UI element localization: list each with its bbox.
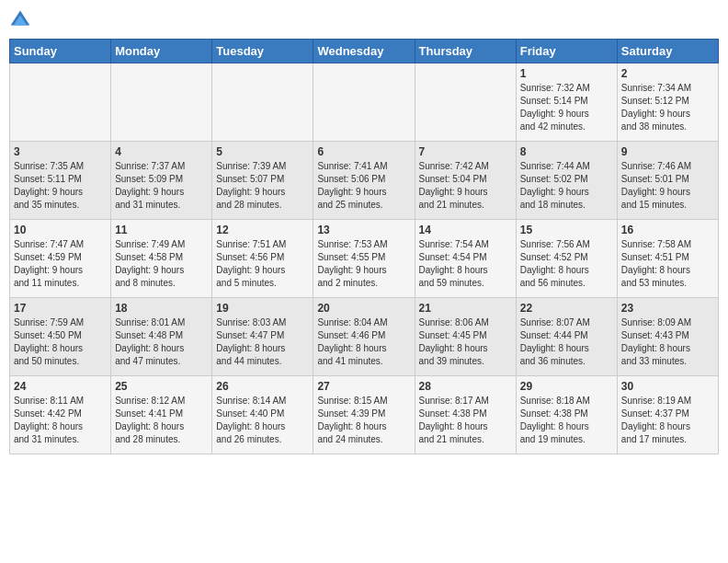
- calendar-week-row: 17Sunrise: 7:59 AM Sunset: 4:50 PM Dayli…: [10, 298, 719, 376]
- calendar-cell: 23Sunrise: 8:09 AM Sunset: 4:43 PM Dayli…: [617, 298, 718, 376]
- day-info: Sunrise: 8:03 AM Sunset: 4:47 PM Dayligh…: [216, 316, 309, 368]
- calendar-cell: [111, 63, 212, 142]
- calendar-cell: 30Sunrise: 8:19 AM Sunset: 4:37 PM Dayli…: [617, 376, 718, 454]
- calendar-cell: 28Sunrise: 8:17 AM Sunset: 4:38 PM Dayli…: [415, 376, 516, 454]
- calendar-header-row: SundayMondayTuesdayWednesdayThursdayFrid…: [10, 40, 719, 63]
- day-number: 25: [115, 380, 208, 393]
- calendar-cell: 10Sunrise: 7:47 AM Sunset: 4:59 PM Dayli…: [10, 220, 111, 298]
- calendar-cell: 5Sunrise: 7:39 AM Sunset: 5:07 PM Daylig…: [212, 142, 313, 220]
- day-info: Sunrise: 7:44 AM Sunset: 5:02 PM Dayligh…: [520, 160, 613, 212]
- calendar-cell: 22Sunrise: 8:07 AM Sunset: 4:44 PM Dayli…: [516, 298, 617, 376]
- day-number: 7: [419, 145, 512, 158]
- calendar-week-row: 1Sunrise: 7:32 AM Sunset: 5:14 PM Daylig…: [10, 63, 719, 142]
- logo: [9, 9, 35, 31]
- calendar-week-row: 10Sunrise: 7:47 AM Sunset: 4:59 PM Dayli…: [10, 220, 719, 298]
- day-number: 14: [419, 224, 512, 236]
- calendar-cell: 11Sunrise: 7:49 AM Sunset: 4:58 PM Dayli…: [111, 220, 212, 298]
- calendar-cell: 14Sunrise: 7:54 AM Sunset: 4:54 PM Dayli…: [415, 220, 516, 298]
- weekday-header: Friday: [516, 40, 617, 63]
- calendar-cell: 3Sunrise: 7:35 AM Sunset: 5:11 PM Daylig…: [10, 142, 111, 220]
- day-info: Sunrise: 8:01 AM Sunset: 4:48 PM Dayligh…: [115, 316, 208, 368]
- weekday-header: Saturday: [617, 40, 718, 63]
- weekday-header: Sunday: [10, 40, 111, 63]
- calendar-cell: 16Sunrise: 7:58 AM Sunset: 4:51 PM Dayli…: [617, 220, 718, 298]
- day-info: Sunrise: 7:39 AM Sunset: 5:07 PM Dayligh…: [216, 160, 309, 212]
- day-info: Sunrise: 8:04 AM Sunset: 4:46 PM Dayligh…: [317, 316, 410, 368]
- calendar-cell: [415, 63, 516, 142]
- weekday-header: Tuesday: [212, 40, 313, 63]
- day-info: Sunrise: 8:15 AM Sunset: 4:39 PM Dayligh…: [317, 395, 410, 446]
- day-number: 23: [621, 302, 714, 315]
- day-number: 20: [317, 302, 410, 315]
- day-info: Sunrise: 7:35 AM Sunset: 5:11 PM Dayligh…: [14, 160, 107, 212]
- day-info: Sunrise: 7:53 AM Sunset: 4:55 PM Dayligh…: [317, 238, 410, 290]
- day-info: Sunrise: 7:54 AM Sunset: 4:54 PM Dayligh…: [419, 238, 512, 290]
- weekday-header: Monday: [111, 40, 212, 63]
- calendar-week-row: 3Sunrise: 7:35 AM Sunset: 5:11 PM Daylig…: [10, 142, 719, 220]
- calendar-cell: 15Sunrise: 7:56 AM Sunset: 4:52 PM Dayli…: [516, 220, 617, 298]
- day-number: 6: [317, 145, 410, 158]
- day-info: Sunrise: 8:09 AM Sunset: 4:43 PM Dayligh…: [621, 316, 714, 368]
- calendar-cell: 4Sunrise: 7:37 AM Sunset: 5:09 PM Daylig…: [111, 142, 212, 220]
- calendar-cell: [10, 63, 111, 142]
- day-info: Sunrise: 7:56 AM Sunset: 4:52 PM Dayligh…: [520, 238, 613, 290]
- calendar-cell: 12Sunrise: 7:51 AM Sunset: 4:56 PM Dayli…: [212, 220, 313, 298]
- calendar-table: SundayMondayTuesdayWednesdayThursdayFrid…: [9, 39, 719, 454]
- day-number: 26: [216, 380, 309, 393]
- calendar-cell: 27Sunrise: 8:15 AM Sunset: 4:39 PM Dayli…: [313, 376, 415, 454]
- day-info: Sunrise: 7:42 AM Sunset: 5:04 PM Dayligh…: [419, 160, 512, 212]
- calendar-cell: 21Sunrise: 8:06 AM Sunset: 4:45 PM Dayli…: [415, 298, 516, 376]
- day-number: 19: [216, 302, 309, 315]
- day-info: Sunrise: 7:51 AM Sunset: 4:56 PM Dayligh…: [216, 238, 309, 290]
- day-number: 5: [216, 145, 309, 158]
- day-number: 12: [216, 224, 309, 236]
- day-number: 17: [14, 302, 107, 315]
- calendar-cell: 8Sunrise: 7:44 AM Sunset: 5:02 PM Daylig…: [516, 142, 617, 220]
- day-info: Sunrise: 8:18 AM Sunset: 4:38 PM Dayligh…: [520, 395, 613, 446]
- calendar-cell: 20Sunrise: 8:04 AM Sunset: 4:46 PM Dayli…: [313, 298, 415, 376]
- calendar-cell: 7Sunrise: 7:42 AM Sunset: 5:04 PM Daylig…: [415, 142, 516, 220]
- day-info: Sunrise: 7:58 AM Sunset: 4:51 PM Dayligh…: [621, 238, 714, 290]
- calendar-cell: 1Sunrise: 7:32 AM Sunset: 5:14 PM Daylig…: [516, 63, 617, 142]
- calendar-cell: 6Sunrise: 7:41 AM Sunset: 5:06 PM Daylig…: [313, 142, 415, 220]
- day-info: Sunrise: 7:41 AM Sunset: 5:06 PM Dayligh…: [317, 160, 410, 212]
- calendar-cell: 24Sunrise: 8:11 AM Sunset: 4:42 PM Dayli…: [10, 376, 111, 454]
- day-number: 22: [520, 302, 613, 315]
- day-number: 18: [115, 302, 208, 315]
- day-number: 9: [621, 145, 714, 158]
- day-info: Sunrise: 8:17 AM Sunset: 4:38 PM Dayligh…: [419, 395, 512, 446]
- day-info: Sunrise: 7:32 AM Sunset: 5:14 PM Dayligh…: [520, 82, 613, 133]
- day-info: Sunrise: 7:37 AM Sunset: 5:09 PM Dayligh…: [115, 160, 208, 212]
- day-info: Sunrise: 8:07 AM Sunset: 4:44 PM Dayligh…: [520, 316, 613, 368]
- day-info: Sunrise: 7:34 AM Sunset: 5:12 PM Dayligh…: [621, 82, 714, 133]
- calendar-cell: [212, 63, 313, 142]
- day-number: 4: [115, 145, 208, 158]
- day-number: 15: [520, 224, 613, 236]
- weekday-header: Thursday: [415, 40, 516, 63]
- day-info: Sunrise: 8:12 AM Sunset: 4:41 PM Dayligh…: [115, 395, 208, 446]
- weekday-header: Wednesday: [313, 40, 415, 63]
- day-number: 2: [621, 67, 714, 80]
- logo-icon: [9, 9, 31, 31]
- calendar-cell: 2Sunrise: 7:34 AM Sunset: 5:12 PM Daylig…: [617, 63, 718, 142]
- day-info: Sunrise: 7:46 AM Sunset: 5:01 PM Dayligh…: [621, 160, 714, 212]
- day-info: Sunrise: 8:06 AM Sunset: 4:45 PM Dayligh…: [419, 316, 512, 368]
- calendar-cell: 18Sunrise: 8:01 AM Sunset: 4:48 PM Dayli…: [111, 298, 212, 376]
- day-number: 16: [621, 224, 714, 236]
- calendar-cell: 17Sunrise: 7:59 AM Sunset: 4:50 PM Dayli…: [10, 298, 111, 376]
- day-info: Sunrise: 7:59 AM Sunset: 4:50 PM Dayligh…: [14, 316, 107, 368]
- day-info: Sunrise: 8:11 AM Sunset: 4:42 PM Dayligh…: [14, 395, 107, 446]
- calendar-cell: [313, 63, 415, 142]
- day-number: 8: [520, 145, 613, 158]
- page-header: [9, 9, 719, 31]
- calendar-week-row: 24Sunrise: 8:11 AM Sunset: 4:42 PM Dayli…: [10, 376, 719, 454]
- day-info: Sunrise: 7:49 AM Sunset: 4:58 PM Dayligh…: [115, 238, 208, 290]
- day-number: 24: [14, 380, 107, 393]
- day-number: 30: [621, 380, 714, 393]
- calendar-cell: 25Sunrise: 8:12 AM Sunset: 4:41 PM Dayli…: [111, 376, 212, 454]
- day-number: 3: [14, 145, 107, 158]
- calendar-cell: 9Sunrise: 7:46 AM Sunset: 5:01 PM Daylig…: [617, 142, 718, 220]
- day-number: 1: [520, 67, 613, 80]
- day-info: Sunrise: 7:47 AM Sunset: 4:59 PM Dayligh…: [14, 238, 107, 290]
- day-number: 29: [520, 380, 613, 393]
